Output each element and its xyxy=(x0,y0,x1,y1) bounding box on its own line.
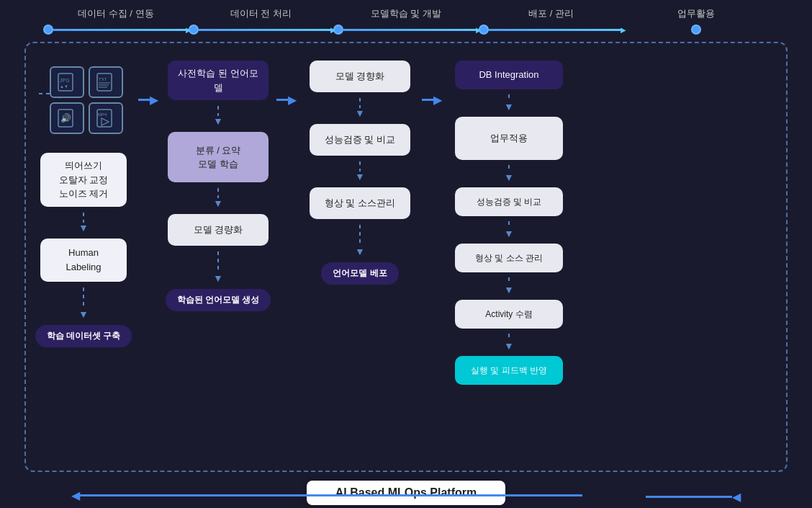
col2-arrow2: ▼ xyxy=(213,188,223,208)
text-processing-box: 띄어쓰기 오탈자 교정 노이즈 제거 xyxy=(40,153,127,207)
col3-arrow2: ▼ xyxy=(355,161,365,182)
model-tendency-label: 모델 경향화 xyxy=(335,69,385,84)
col1-arrow2-head: ▼ xyxy=(78,309,89,319)
col2-arrow1: ▼ xyxy=(213,106,223,126)
stage-4-label: 배포 / 관리 xyxy=(528,7,574,20)
mp4-icon: MP4 xyxy=(89,102,123,134)
stage-4: 배포 / 관리 xyxy=(479,7,624,35)
col-deployment: 모델 경향화 ▼ 성능검증 및 비교 ▼ 형상 및 소스관리 ▼ 언어모델 베포 xyxy=(302,53,418,463)
perf-verify-box: 성능검증 및 비교 xyxy=(310,124,410,156)
col1-arrow1-head: ▼ xyxy=(78,223,89,233)
stage-1-label: 데이터 수집 / 연동 xyxy=(78,7,153,20)
arrow-col2-col3: ▶ xyxy=(276,53,298,463)
back-arrow-right-line xyxy=(646,496,732,498)
col4-arrow4-head: ▼ xyxy=(504,285,514,295)
col3-bottom-label: 언어모델 베포 xyxy=(321,262,398,285)
col2-arrow3-head: ▼ xyxy=(213,273,223,283)
svg-marker-12 xyxy=(102,118,109,125)
stage-1-dot xyxy=(43,24,53,35)
stage-1-line xyxy=(53,29,189,31)
back-arrow: ◀ xyxy=(71,489,582,502)
pretrained-model-box: 사전학습 된 언어모델 xyxy=(168,61,269,100)
text-proc-line2: 오탈자 교정 xyxy=(59,173,109,187)
perf-verify-label: 성능검증 및 비교 xyxy=(325,133,395,147)
col4-arrow1: ▼ xyxy=(504,94,514,112)
shape-source-box: 형상 및 소스관리 xyxy=(310,187,410,219)
human-label-line1: Human xyxy=(68,246,99,260)
db-integration-box: DB Integration xyxy=(455,61,563,89)
data-icons: JPG ▲▼ TXT 🔊 xyxy=(50,66,123,134)
col4-arrow3-head: ▼ xyxy=(504,228,514,239)
model-lightweight-box: 모델 경량화 xyxy=(168,214,269,246)
stage-3-line xyxy=(343,29,479,31)
stage-2: 데이터 전 처리 xyxy=(189,7,334,35)
stage-3-label: 모델학습 및 개발 xyxy=(371,7,441,20)
arrow-col3-col4: ▶ xyxy=(422,53,443,463)
solid-arrow-1: ▶ xyxy=(138,93,158,107)
stage-2-line xyxy=(199,29,334,31)
execute-feedback-label: 실행 및 피드백 반영 xyxy=(471,364,547,377)
col-model-learning: 사전학습 된 언어모델 ▼ 분류 / 요약 모델 학습 ▼ 모델 경량화 ▼ 학… xyxy=(164,53,272,463)
col1-arrow2: ▼ xyxy=(78,288,89,319)
svg-rect-3 xyxy=(97,73,112,91)
class-line2: 모델 학습 xyxy=(198,157,238,171)
classification-box: 분류 / 요약 모델 학습 xyxy=(168,132,269,182)
col1-arrow1: ▼ xyxy=(78,213,89,233)
stage-3-dot xyxy=(333,24,343,35)
human-labeling-box: Human Labeling xyxy=(40,239,127,282)
pipeline-header: 데이터 수집 / 연동 데이터 전 처리 모델학습 및 개발 배포 / 관리 업… xyxy=(0,0,812,42)
file-icon: 🔊 xyxy=(50,102,84,134)
model-lightweight-label: 모델 경량화 xyxy=(194,223,243,237)
col3-arrow3: ▼ xyxy=(355,225,365,257)
text-proc-line3: 노이즈 제거 xyxy=(59,187,109,201)
col3-arrow2-head: ▼ xyxy=(355,171,365,182)
business-app-box: 업무적용 xyxy=(455,117,563,160)
human-label-line2: Labeling xyxy=(66,260,101,275)
col4-arrow2-head: ▼ xyxy=(504,172,514,182)
activity-label: Activity 수렴 xyxy=(485,308,532,321)
stage-2-label: 데이터 전 처리 xyxy=(230,7,292,20)
stage-2-dot xyxy=(189,24,199,35)
back-arrow-right-head: ◀ xyxy=(732,490,741,504)
txt-icon: TXT xyxy=(89,66,123,98)
execute-feedback-box: 실행 및 피드백 반영 xyxy=(455,356,563,385)
class-line1: 분류 / 요약 xyxy=(196,143,241,158)
pretrained-model-label: 사전학습 된 언어모델 xyxy=(176,66,260,94)
col4-arrow3: ▼ xyxy=(504,221,514,239)
stage-1: 데이터 수집 / 연동 xyxy=(43,7,189,35)
svg-text:MP4: MP4 xyxy=(98,112,107,117)
col3-arrow1: ▼ xyxy=(355,98,365,118)
col3-arrow1-head: ▼ xyxy=(355,108,365,118)
arrow-col1-col2: ▶ xyxy=(138,53,160,463)
text-proc-line1: 띄어쓰기 xyxy=(65,159,102,173)
col2-arrow2-head: ▼ xyxy=(213,198,223,208)
col2-bottom-label: 학습된 언어모델 생성 xyxy=(166,289,271,311)
col4-arrow2: ▼ xyxy=(504,165,514,182)
model-tendency-box: 모델 경향화 xyxy=(310,61,410,92)
col4-arrow5-head: ▼ xyxy=(504,341,514,351)
col4-arrow5: ▼ xyxy=(504,334,514,351)
db-integration-label: DB Integration xyxy=(479,68,538,82)
stage-4-line xyxy=(489,29,624,31)
main-diagram: ▶ JPG ▲▼ TXT xyxy=(24,42,788,472)
stage-5-label: 업무활용 xyxy=(677,7,715,20)
activity-box: Activity 수렴 xyxy=(455,300,563,329)
col1-bottom-label: 학습 데이터셋 구축 xyxy=(35,325,132,347)
col4-perf-label: 성능검증 및 비교 xyxy=(477,195,542,208)
col3-arrow3-head: ▼ xyxy=(355,246,365,257)
business-app-label: 업무적용 xyxy=(490,131,528,146)
col2-arrow3: ▼ xyxy=(213,251,223,283)
bottom-bar: ◀ ◀ AI Based MLOps Platform xyxy=(14,475,798,508)
col2-arrow1-head: ▼ xyxy=(213,116,223,126)
svg-text:🔊: 🔊 xyxy=(60,112,71,123)
col4-shape-box: 형상 및 소스 관리 xyxy=(455,244,563,272)
col-data-processing: JPG ▲▼ TXT 🔊 xyxy=(33,53,134,463)
stage-5-dot xyxy=(691,24,701,35)
solid-arrow-3-head: ▶ xyxy=(433,93,442,107)
back-arrow-right: ◀ xyxy=(646,490,741,504)
solid-arrow-3: ▶ xyxy=(422,93,442,107)
col4-arrow1-head: ▼ xyxy=(504,102,514,112)
back-arrow-line xyxy=(80,494,582,496)
col-business: DB Integration ▼ 업무적용 ▼ 성능검증 및 비교 ▼ 형상 및… xyxy=(448,53,570,463)
stage-4-dot xyxy=(479,24,489,35)
